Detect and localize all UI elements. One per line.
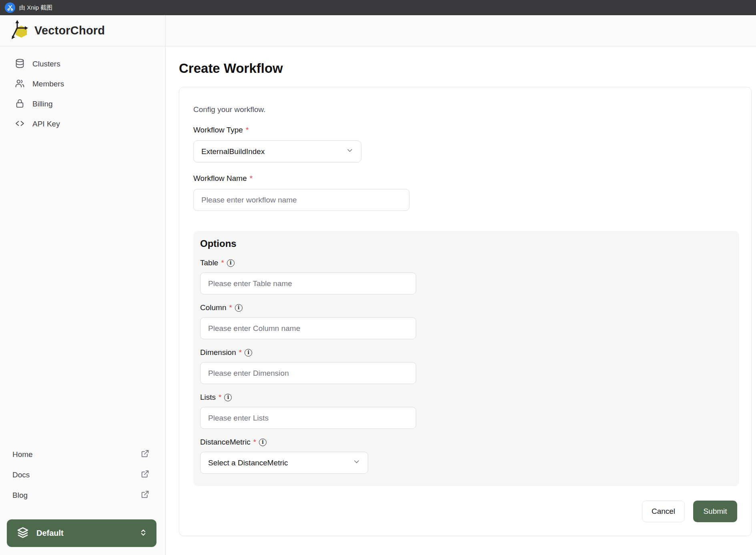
info-icon[interactable]: i: [235, 304, 243, 312]
workflow-type-label: Workflow Type *: [193, 125, 737, 135]
lists-input[interactable]: [200, 407, 416, 429]
sidebar-item-api-key[interactable]: API Key: [0, 114, 165, 134]
lists-field-group: Lists * i: [200, 393, 732, 429]
options-panel: Options Table * i Column * i: [193, 231, 739, 486]
external-link-icon: [141, 470, 149, 480]
required-marker: *: [250, 174, 253, 183]
column-input[interactable]: [200, 317, 416, 339]
menubar: 由 Xnip 截图: [0, 0, 756, 15]
create-workflow-card: Config your workflow. Workflow Type * Ex…: [179, 87, 752, 536]
workflow-type-value: ExternalBuildIndex: [201, 147, 265, 156]
required-marker: *: [221, 258, 224, 268]
sidebar-item-members[interactable]: Members: [0, 74, 165, 94]
sidebar-link-home[interactable]: Home: [0, 444, 165, 465]
sidebar-item-label: Clusters: [32, 60, 60, 68]
dimension-label: Dimension * i: [200, 348, 732, 357]
sidebar-item-label: Members: [32, 80, 64, 88]
lists-label: Lists * i: [200, 393, 732, 402]
distance-metric-value: Select a DistanceMetric: [208, 459, 288, 467]
layers-icon: [16, 526, 29, 540]
sidebar-spacer: [0, 134, 165, 444]
chevron-up-down-icon: [139, 528, 148, 538]
info-icon[interactable]: i: [227, 259, 235, 267]
brand[interactable]: VectorChord: [0, 15, 166, 46]
sidebar-link-docs[interactable]: Docs: [0, 465, 165, 485]
link-label: Docs: [12, 471, 30, 479]
sidebar-item-label: Billing: [32, 100, 53, 108]
workspace-selector[interactable]: Default: [7, 519, 156, 547]
users-icon: [15, 78, 25, 90]
menubar-title: 由 Xnip 截图: [19, 4, 52, 12]
info-icon[interactable]: i: [224, 394, 232, 401]
database-icon: [15, 58, 25, 70]
link-label: Home: [12, 450, 33, 459]
required-marker: *: [239, 348, 242, 357]
header-main: [166, 15, 756, 46]
chevron-down-icon: [346, 146, 354, 156]
sidebar-item-billing[interactable]: Billing: [0, 94, 165, 114]
required-marker: *: [229, 303, 232, 313]
column-field-group: Column * i: [200, 303, 732, 339]
required-marker: *: [253, 437, 256, 447]
submit-button[interactable]: Submit: [693, 501, 737, 522]
workflow-name-input[interactable]: [193, 189, 409, 211]
sidebar-item-label: API Key: [32, 120, 60, 128]
app-window: 由 Xnip 截图 Vect: [0, 0, 756, 555]
user-avatar[interactable]: [726, 20, 747, 42]
lock-icon: [15, 98, 25, 110]
required-marker: *: [219, 393, 221, 402]
workflow-name-label: Workflow Name *: [193, 174, 737, 183]
distance-metric-field-group: DistanceMetric * i Select a DistanceMetr…: [200, 437, 732, 474]
header: VectorChord: [0, 15, 756, 46]
workflow-type-select[interactable]: ExternalBuildIndex: [193, 140, 361, 162]
vectorchord-logo-icon: [11, 19, 31, 42]
dimension-field-group: Dimension * i: [200, 348, 732, 384]
sidebar-item-clusters[interactable]: Clusters: [0, 54, 165, 74]
column-label: Column * i: [200, 303, 732, 313]
table-field-group: Table * i: [200, 258, 732, 295]
main-content: Create Workflow Config your workflow. Wo…: [166, 46, 756, 555]
xnip-scissors-icon[interactable]: [5, 2, 15, 13]
info-icon[interactable]: i: [245, 349, 252, 357]
table-label: Table * i: [200, 258, 732, 268]
link-label: Blog: [12, 491, 28, 500]
external-link-icon: [141, 490, 149, 501]
sidebar: Clusters Members: [0, 46, 166, 555]
sidebar-link-blog[interactable]: Blog: [0, 485, 165, 505]
options-title: Options: [200, 238, 732, 250]
info-icon[interactable]: i: [259, 439, 267, 446]
distance-metric-select[interactable]: Select a DistanceMetric: [200, 452, 368, 474]
cancel-button[interactable]: Cancel: [642, 501, 685, 522]
chevron-down-icon: [353, 458, 361, 468]
brand-name: VectorChord: [34, 24, 105, 37]
card-description: Config your workflow.: [193, 105, 737, 114]
workspace-label: Default: [36, 529, 132, 538]
required-marker: *: [246, 125, 249, 135]
code-icon: [15, 118, 25, 130]
table-input[interactable]: [200, 272, 416, 295]
dimension-input[interactable]: [200, 362, 416, 384]
external-link-icon: [141, 449, 149, 460]
distance-metric-label: DistanceMetric * i: [200, 437, 732, 447]
page-title: Create Workflow: [179, 61, 752, 76]
form-actions: Cancel Submit: [193, 501, 737, 522]
